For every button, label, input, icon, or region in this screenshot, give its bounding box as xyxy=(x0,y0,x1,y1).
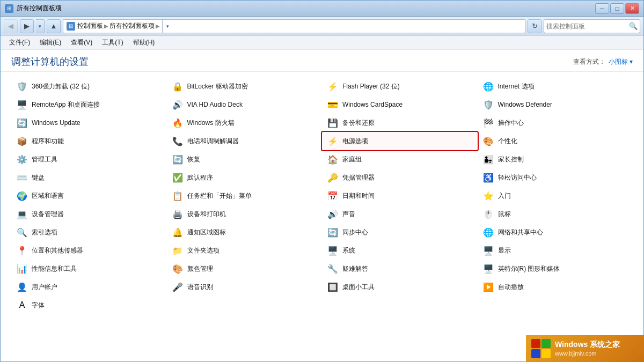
grid-item[interactable]: 🔄Windows Update xyxy=(11,114,167,132)
grid-item[interactable]: 🛡️Windows Defender xyxy=(478,95,633,114)
grid-item[interactable]: 🖥️英特尔(R) 图形和媒体 xyxy=(478,260,633,278)
item-icon: 📁 xyxy=(171,244,184,257)
grid-item[interactable]: 📁文件夹选项 xyxy=(167,241,323,260)
item-icon: 🔥 xyxy=(171,116,184,129)
grid-item[interactable]: 🔄同步中心 xyxy=(322,223,478,241)
menu-view[interactable]: 查看(V) xyxy=(67,37,97,48)
grid-item[interactable]: ✅默认程序 xyxy=(167,168,323,187)
item-icon: 📊 xyxy=(16,262,28,275)
grid-item[interactable]: 👨‍👧家长控制 xyxy=(478,150,633,168)
grid-item[interactable]: 🎤语音识别 xyxy=(167,278,323,296)
menu-edit[interactable]: 编辑(E) xyxy=(35,37,65,48)
item-icon: 🎨 xyxy=(482,135,495,147)
search-input[interactable] xyxy=(546,23,627,30)
grid-item[interactable]: ⚙️管理工具 xyxy=(11,150,167,168)
menu-tools[interactable]: 工具(T) xyxy=(98,37,127,48)
grid-item[interactable]: 🌐网络和共享中心 xyxy=(478,223,633,241)
grid-item[interactable]: 📋任务栏和「开始」菜单 xyxy=(167,187,323,205)
item-label: VIA HD Audio Deck xyxy=(187,101,243,108)
window-frame: ⊞ 所有控制面板项 ─ □ ✕ ◀ ▶ ▾ ▲ ⊞ 控制面板 ▶ 所有控制面板项… xyxy=(0,0,644,362)
minimize-button[interactable]: ─ xyxy=(595,3,609,14)
address-dropdown[interactable]: ▾ xyxy=(162,19,173,33)
grid-item[interactable]: ⌨️键盘 xyxy=(11,168,167,187)
back-button[interactable]: ◀ xyxy=(4,19,18,33)
grid-item[interactable]: 💻设备管理器 xyxy=(11,205,167,223)
forward-button[interactable]: ▶ xyxy=(20,19,34,33)
grid-item[interactable]: 🎨个性化 xyxy=(478,132,633,150)
up-button[interactable]: ▲ xyxy=(47,19,61,33)
item-icon: 🛡️ xyxy=(482,98,495,111)
grid-item[interactable]: 📍位置和其他传感器 xyxy=(11,241,167,260)
grid-item[interactable]: 🖥️显示 xyxy=(478,241,633,260)
search-icon[interactable]: 🔍 xyxy=(629,22,638,30)
item-icon: 🖥️ xyxy=(482,244,495,257)
grid-item[interactable]: 💳Windows CardSpace xyxy=(322,95,478,114)
item-icon: ⭐ xyxy=(482,189,495,202)
title-bar-left: ⊞ 所有控制面板项 xyxy=(5,4,62,13)
grid-item[interactable]: 🌐Internet 选项 xyxy=(478,77,633,95)
nav-dropdown[interactable]: ▾ xyxy=(36,19,45,33)
item-label: 网络和共享中心 xyxy=(498,228,543,237)
item-label: 桌面小工具 xyxy=(342,283,375,292)
grid-item[interactable]: 🔑凭据管理器 xyxy=(322,168,478,187)
menu-help[interactable]: 帮助(H) xyxy=(129,37,159,48)
grid-item[interactable]: 🖨️设备和打印机 xyxy=(167,205,323,223)
item-icon: 🖥️ xyxy=(326,244,339,257)
grid-item[interactable]: ⭐入门 xyxy=(478,187,633,205)
item-label: Flash Player (32 位) xyxy=(342,82,400,91)
grid-item[interactable]: A字体 xyxy=(11,296,167,314)
grid-item[interactable]: 📊性能信息和工具 xyxy=(11,260,167,278)
grid-item[interactable]: ♿轻松访问中心 xyxy=(478,168,633,187)
menu-file[interactable]: 文件(F) xyxy=(5,37,34,48)
item-icon: 🌐 xyxy=(482,226,495,239)
grid-item[interactable]: 🏠家庭组 xyxy=(322,150,478,168)
grid-item[interactable]: 🔒BitLocker 驱动器加密 xyxy=(167,77,323,95)
item-icon: 📦 xyxy=(16,135,28,147)
grid-item[interactable]: 🔊VIA HD Audio Deck xyxy=(167,95,323,114)
content-area: 调整计算机的设置 查看方式： 小图标 ▾ 🛡️360强力卸载 (32 位)🔒Bi… xyxy=(1,50,643,361)
grid-item[interactable]: 🔊声音 xyxy=(322,205,478,223)
address-icon: ⊞ xyxy=(67,22,75,31)
grid-item[interactable]: 🖥️RemoteApp 和桌面连接 xyxy=(11,95,167,114)
page-title: 调整计算机的设置 xyxy=(11,55,89,68)
grid-item[interactable]: ⚡Flash Player (32 位) xyxy=(322,77,478,95)
window-icon: ⊞ xyxy=(5,4,13,13)
item-label: 管理工具 xyxy=(32,155,57,164)
grid-item[interactable]: 📦程序和功能 xyxy=(11,132,167,150)
grid-item[interactable]: ⚡电源选项 xyxy=(322,132,478,150)
grid-item[interactable]: ▶️自动播放 xyxy=(478,278,633,296)
item-label: RemoteApp 和桌面连接 xyxy=(32,100,100,109)
item-label: 恢复 xyxy=(187,155,200,164)
breadcrumb-item-2[interactable]: 所有控制面板项 xyxy=(109,21,155,31)
grid-item[interactable]: 💾备份和还原 xyxy=(322,114,478,132)
grid-item[interactable]: 🛡️360强力卸载 (32 位) xyxy=(11,77,167,95)
refresh-button[interactable]: ↻ xyxy=(528,19,541,33)
address-bar[interactable]: ⊞ 控制面板 ▶ 所有控制面板项 ▶ ▾ xyxy=(63,19,525,33)
grid-item[interactable]: 🔥Windows 防火墙 xyxy=(167,114,323,132)
grid-item[interactable]: 👤用户帐户 xyxy=(11,278,167,296)
grid-item[interactable]: 🔲桌面小工具 xyxy=(322,278,478,296)
navigation-bar: ◀ ▶ ▾ ▲ ⊞ 控制面板 ▶ 所有控制面板项 ▶ ▾ ↻ 🔍 xyxy=(1,17,643,36)
view-option[interactable]: 小图标 ▾ xyxy=(609,57,633,67)
grid-item[interactable]: 🔔通知区域图标 xyxy=(167,223,323,241)
grid-item[interactable]: 🔧疑难解答 xyxy=(322,260,478,278)
close-button[interactable]: ✕ xyxy=(625,3,639,14)
item-icon: 👨‍👧 xyxy=(482,153,495,166)
item-label: 操作中心 xyxy=(498,119,524,128)
breadcrumb-item-1[interactable]: 控制面板 xyxy=(77,21,103,31)
maximize-button[interactable]: □ xyxy=(610,3,624,14)
item-icon: 🎨 xyxy=(171,262,184,275)
item-label: 系统 xyxy=(342,246,355,255)
grid-item[interactable]: 🎨颜色管理 xyxy=(167,260,323,278)
grid-item[interactable]: 🔍索引选项 xyxy=(11,223,167,241)
grid-item[interactable]: 🌍区域和语言 xyxy=(11,187,167,205)
grid-item[interactable]: 📞电话和调制解调器 xyxy=(167,132,323,150)
grid-item[interactable]: 🏁操作中心 xyxy=(478,114,633,132)
item-label: 自动播放 xyxy=(498,283,524,292)
item-label: 家庭组 xyxy=(342,155,362,164)
grid-item[interactable]: 🖥️系统 xyxy=(322,241,478,260)
grid-item[interactable]: 📅日期和时间 xyxy=(322,187,478,205)
grid-item[interactable]: 🖱️鼠标 xyxy=(478,205,633,223)
grid-item[interactable]: 🔄恢复 xyxy=(167,150,323,168)
item-icon: 🖨️ xyxy=(171,208,184,220)
